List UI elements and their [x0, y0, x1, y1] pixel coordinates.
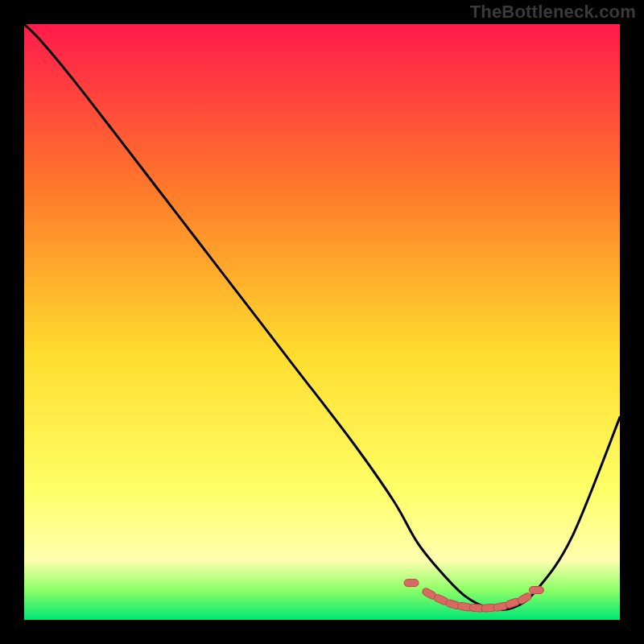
- watermark-text: TheBottleneck.com: [470, 2, 636, 23]
- optimal-marker: [529, 587, 543, 594]
- bottleneck-chart-svg: [24, 24, 620, 620]
- plot-area: [24, 24, 620, 620]
- gradient-background: [24, 24, 620, 620]
- optimal-marker: [404, 580, 419, 587]
- chart-frame: TheBottleneck.com: [0, 0, 644, 644]
